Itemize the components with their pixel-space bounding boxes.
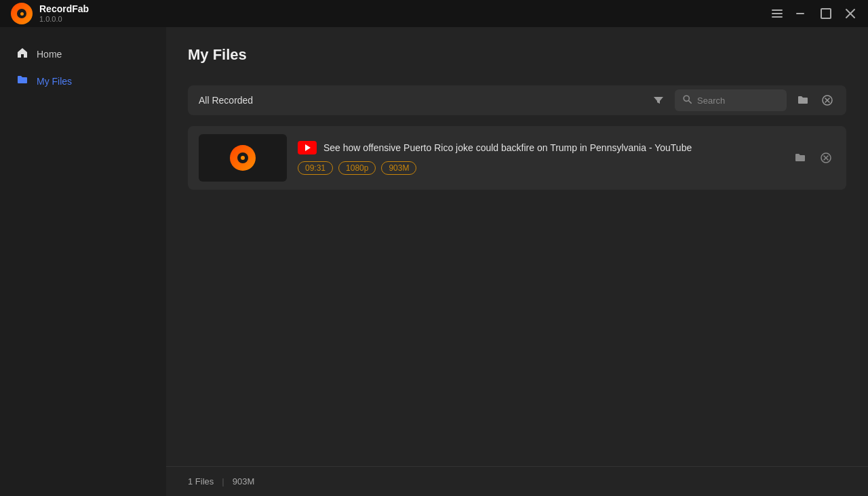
- content-area: My Files All Recorded: [166, 27, 868, 496]
- search-input[interactable]: [697, 96, 778, 106]
- sidebar-home-label: Home: [37, 49, 62, 60]
- svg-rect-2: [772, 16, 783, 18]
- minimize-button[interactable]: [795, 7, 808, 20]
- filter-button[interactable]: [650, 92, 667, 108]
- file-list: See how offensive Puerto Rico joke could…: [166, 115, 868, 466]
- thumb-logo-inner: [237, 152, 248, 163]
- home-icon: [16, 47, 28, 61]
- svg-line-8: [689, 101, 692, 104]
- app-version: 1.0.0.0: [39, 15, 89, 24]
- content-footer: 1 Files | 903M: [166, 466, 868, 496]
- show-in-folder-button[interactable]: [791, 148, 810, 167]
- app-name: RecordFab: [39, 3, 89, 15]
- main-layout: Home My Files My Files All Recorded: [0, 27, 868, 496]
- page-title: My Files: [188, 46, 846, 64]
- footer-separator: |: [222, 476, 224, 487]
- duration-tag: 09:31: [298, 161, 333, 175]
- svg-rect-4: [821, 9, 831, 18]
- sidebar: Home My Files: [0, 27, 166, 496]
- open-folder-button[interactable]: [795, 92, 811, 108]
- delete-file-button[interactable]: [816, 148, 835, 167]
- svg-rect-3: [796, 13, 804, 14]
- sidebar-item-home[interactable]: Home: [0, 41, 166, 68]
- thumb-logo-dot: [241, 156, 245, 160]
- search-box: [675, 89, 787, 111]
- file-title-row: See how offensive Puerto Rico joke could…: [298, 141, 780, 154]
- file-thumbnail: [199, 134, 287, 182]
- app-logo: [11, 3, 33, 24]
- total-size: 903M: [233, 476, 255, 487]
- file-count: 1 Files: [188, 476, 214, 487]
- filter-label: All Recorded: [199, 95, 642, 106]
- file-title: See how offensive Puerto Rico joke could…: [323, 142, 692, 153]
- quality-tag: 1080p: [338, 161, 376, 175]
- folder-icon: [16, 75, 28, 88]
- menu-button[interactable]: [770, 7, 784, 20]
- clear-filter-button[interactable]: [819, 92, 835, 108]
- titlebar-controls: [770, 7, 857, 20]
- titlebar: RecordFab 1.0.0.0: [0, 0, 868, 27]
- svg-rect-1: [772, 13, 783, 14]
- youtube-play-icon: [305, 144, 311, 151]
- thumb-logo: [230, 145, 256, 171]
- file-actions: [791, 148, 835, 167]
- maximize-button[interactable]: [819, 7, 833, 20]
- youtube-badge: [298, 141, 317, 154]
- app-name-block: RecordFab 1.0.0.0: [39, 3, 89, 24]
- sidebar-myfiles-label: My Files: [37, 76, 72, 87]
- app-branding: RecordFab 1.0.0.0: [11, 3, 89, 24]
- app-logo-dot: [20, 12, 24, 16]
- file-info: See how offensive Puerto Rico joke could…: [298, 141, 780, 175]
- svg-rect-0: [772, 9, 783, 11]
- close-button[interactable]: [844, 7, 857, 20]
- sidebar-item-my-files[interactable]: My Files: [0, 68, 166, 95]
- app-logo-inner: [17, 9, 26, 18]
- filter-bar: All Recorded: [188, 85, 846, 115]
- table-row[interactable]: See how offensive Puerto Rico joke could…: [188, 126, 846, 190]
- search-icon: [683, 95, 692, 106]
- size-tag: 903M: [381, 161, 416, 175]
- content-header: My Files: [166, 27, 868, 85]
- file-tags: 09:31 1080p 903M: [298, 161, 780, 175]
